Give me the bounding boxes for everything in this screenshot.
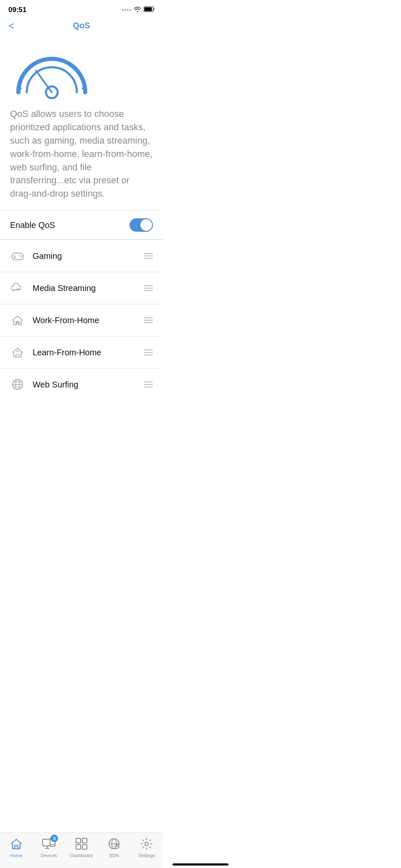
media-streaming-label: Media Streaming xyxy=(33,283,144,293)
drag-handle-gaming[interactable] xyxy=(144,253,153,259)
qos-description: QoS allows users to choose prioritized a… xyxy=(10,107,153,200)
drag-handle-learn[interactable] xyxy=(144,349,153,355)
list-item-work-from-home[interactable]: Work-From-Home xyxy=(0,304,163,337)
list-item-web-surfing[interactable]: Web Surfing xyxy=(0,369,163,400)
enable-qos-label: Enable QoS xyxy=(10,220,55,230)
globe-icon xyxy=(10,377,25,392)
status-icons xyxy=(122,6,155,14)
list-item-media-streaming[interactable]: Media Streaming xyxy=(0,272,163,304)
page-title: QoS xyxy=(73,21,90,30)
back-button[interactable]: < xyxy=(8,20,14,32)
web-surfing-label: Web Surfing xyxy=(33,380,144,390)
speedometer-icon xyxy=(10,42,94,101)
svg-rect-2 xyxy=(154,8,155,10)
signal-dots-icon xyxy=(122,9,131,11)
page-header: < QoS xyxy=(0,18,163,35)
drag-handle-work[interactable] xyxy=(144,317,153,323)
list-item-learn-from-home[interactable]: Learn-From-Home xyxy=(0,337,163,369)
learn-from-home-label: Learn-From-Home xyxy=(33,348,144,357)
learn-home-icon xyxy=(10,345,25,360)
svg-point-12 xyxy=(21,256,22,258)
svg-rect-1 xyxy=(145,8,152,11)
list-item-gaming[interactable]: Gaming xyxy=(0,240,163,272)
drag-handle-media[interactable] xyxy=(144,285,153,291)
status-bar: 09:51 xyxy=(0,0,163,18)
battery-icon xyxy=(144,6,155,14)
cloud-icon xyxy=(10,281,25,296)
qos-list: Gaming Media Streaming xyxy=(0,240,163,400)
svg-point-11 xyxy=(20,255,21,256)
enable-qos-row: Enable QoS xyxy=(0,211,163,239)
work-home-icon xyxy=(10,313,25,328)
status-time: 09:51 xyxy=(8,6,26,14)
hero-area: QoS allows users to choose prioritized a… xyxy=(0,35,163,210)
wifi-icon xyxy=(134,6,141,14)
gaming-label: Gaming xyxy=(33,251,144,261)
work-from-home-label: Work-From-Home xyxy=(33,316,144,325)
gamepad-icon xyxy=(10,248,25,263)
drag-handle-web[interactable] xyxy=(144,382,153,387)
svg-line-4 xyxy=(36,71,52,92)
enable-qos-toggle[interactable] xyxy=(129,218,153,232)
